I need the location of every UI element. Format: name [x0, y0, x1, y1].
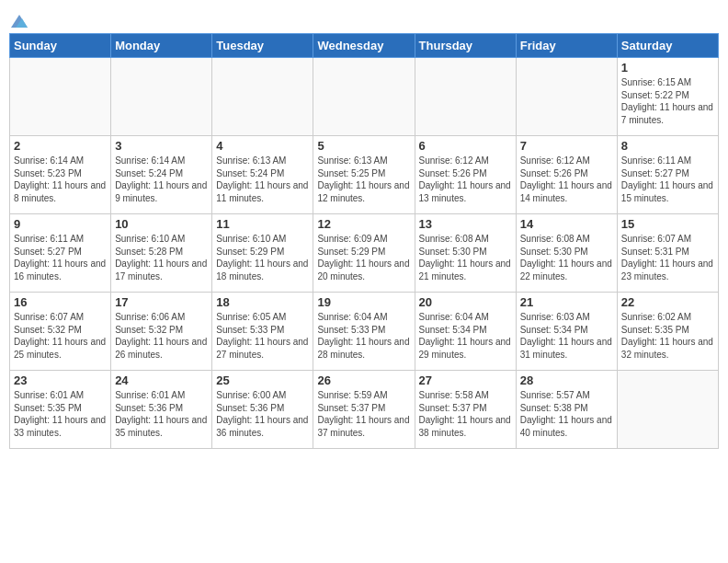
day-number: 16	[14, 295, 107, 309]
day-info: Sunrise: 6:10 AM Sunset: 5:29 PM Dayligh…	[216, 233, 309, 282]
calendar-cell: 28Sunrise: 5:57 AM Sunset: 5:38 PM Dayli…	[516, 371, 617, 449]
day-number: 26	[317, 373, 410, 387]
day-info: Sunrise: 6:08 AM Sunset: 5:30 PM Dayligh…	[520, 233, 613, 282]
calendar-cell: 14Sunrise: 6:08 AM Sunset: 5:30 PM Dayli…	[516, 214, 617, 293]
day-info: Sunrise: 6:07 AM Sunset: 5:31 PM Dayligh…	[621, 233, 714, 282]
calendar-cell: 3Sunrise: 6:14 AM Sunset: 5:24 PM Daylig…	[111, 136, 212, 214]
day-info: Sunrise: 6:07 AM Sunset: 5:32 PM Dayligh…	[14, 311, 107, 361]
day-number: 10	[115, 217, 208, 231]
calendar-cell: 22Sunrise: 6:02 AM Sunset: 5:35 PM Dayli…	[617, 293, 718, 371]
calendar-cell	[212, 58, 313, 136]
calendar-cell: 11Sunrise: 6:10 AM Sunset: 5:29 PM Dayli…	[212, 214, 313, 293]
weekday-header-thursday: Thursday	[415, 34, 516, 58]
day-number: 2	[14, 139, 107, 153]
week-row-2: 2Sunrise: 6:14 AM Sunset: 5:23 PM Daylig…	[10, 136, 719, 214]
calendar-cell	[516, 58, 617, 136]
calendar-cell: 13Sunrise: 6:08 AM Sunset: 5:30 PM Dayli…	[415, 214, 516, 293]
calendar-cell: 5Sunrise: 6:13 AM Sunset: 5:25 PM Daylig…	[313, 136, 415, 214]
calendar-cell: 19Sunrise: 6:04 AM Sunset: 5:33 PM Dayli…	[313, 293, 415, 371]
day-number: 15	[621, 217, 714, 231]
day-info: Sunrise: 6:14 AM Sunset: 5:24 PM Dayligh…	[115, 155, 208, 204]
day-info: Sunrise: 6:03 AM Sunset: 5:34 PM Dayligh…	[520, 311, 613, 361]
day-info: Sunrise: 6:06 AM Sunset: 5:32 PM Dayligh…	[115, 311, 208, 361]
calendar-cell: 2Sunrise: 6:14 AM Sunset: 5:23 PM Daylig…	[10, 136, 111, 214]
weekday-header-row: SundayMondayTuesdayWednesdayThursdayFrid…	[10, 34, 719, 58]
calendar-cell: 15Sunrise: 6:07 AM Sunset: 5:31 PM Dayli…	[617, 214, 718, 293]
logo-icon	[11, 15, 28, 28]
day-info: Sunrise: 6:01 AM Sunset: 5:35 PM Dayligh…	[14, 389, 107, 439]
logo	[9, 9, 28, 28]
day-info: Sunrise: 6:11 AM Sunset: 5:27 PM Dayligh…	[14, 233, 107, 282]
day-number: 14	[520, 217, 613, 231]
weekday-header-saturday: Saturday	[617, 34, 718, 58]
day-info: Sunrise: 6:12 AM Sunset: 5:26 PM Dayligh…	[419, 155, 512, 204]
day-number: 12	[317, 217, 410, 231]
calendar-cell: 25Sunrise: 6:00 AM Sunset: 5:36 PM Dayli…	[212, 371, 313, 449]
day-number: 3	[115, 139, 208, 153]
calendar-cell: 21Sunrise: 6:03 AM Sunset: 5:34 PM Dayli…	[516, 293, 617, 371]
weekday-header-tuesday: Tuesday	[212, 34, 313, 58]
day-info: Sunrise: 6:02 AM Sunset: 5:35 PM Dayligh…	[621, 311, 714, 361]
weekday-header-friday: Friday	[516, 34, 617, 58]
day-info: Sunrise: 6:14 AM Sunset: 5:23 PM Dayligh…	[14, 155, 107, 204]
day-info: Sunrise: 6:08 AM Sunset: 5:30 PM Dayligh…	[419, 233, 512, 282]
calendar-cell: 7Sunrise: 6:12 AM Sunset: 5:26 PM Daylig…	[516, 136, 617, 214]
day-number: 1	[621, 61, 714, 75]
day-number: 5	[317, 139, 410, 153]
calendar-cell: 8Sunrise: 6:11 AM Sunset: 5:27 PM Daylig…	[617, 136, 718, 214]
day-info: Sunrise: 6:09 AM Sunset: 5:29 PM Dayligh…	[317, 233, 410, 282]
calendar-cell	[617, 371, 718, 449]
day-info: Sunrise: 6:04 AM Sunset: 5:33 PM Dayligh…	[317, 311, 410, 361]
calendar-table: SundayMondayTuesdayWednesdayThursdayFrid…	[9, 33, 719, 449]
day-number: 19	[317, 295, 410, 309]
day-info: Sunrise: 6:11 AM Sunset: 5:27 PM Dayligh…	[621, 155, 714, 204]
weekday-header-wednesday: Wednesday	[313, 34, 415, 58]
calendar-cell: 1Sunrise: 6:15 AM Sunset: 5:22 PM Daylig…	[617, 58, 718, 136]
day-number: 17	[115, 295, 208, 309]
day-number: 23	[14, 373, 107, 387]
day-number: 8	[621, 139, 714, 153]
day-number: 25	[216, 373, 309, 387]
calendar-cell	[415, 58, 516, 136]
day-number: 9	[14, 217, 107, 231]
calendar-cell: 26Sunrise: 5:59 AM Sunset: 5:37 PM Dayli…	[313, 371, 415, 449]
day-number: 13	[419, 217, 512, 231]
day-number: 20	[419, 295, 512, 309]
weekday-header-monday: Monday	[111, 34, 212, 58]
day-number: 4	[216, 139, 309, 153]
calendar-cell: 9Sunrise: 6:11 AM Sunset: 5:27 PM Daylig…	[10, 214, 111, 293]
day-info: Sunrise: 5:59 AM Sunset: 5:37 PM Dayligh…	[317, 389, 410, 439]
day-info: Sunrise: 6:00 AM Sunset: 5:36 PM Dayligh…	[216, 389, 309, 439]
calendar-cell	[313, 58, 415, 136]
calendar-cell: 4Sunrise: 6:13 AM Sunset: 5:24 PM Daylig…	[212, 136, 313, 214]
day-number: 11	[216, 217, 309, 231]
calendar-cell: 12Sunrise: 6:09 AM Sunset: 5:29 PM Dayli…	[313, 214, 415, 293]
day-info: Sunrise: 6:01 AM Sunset: 5:36 PM Dayligh…	[115, 389, 208, 439]
calendar-cell: 16Sunrise: 6:07 AM Sunset: 5:32 PM Dayli…	[10, 293, 111, 371]
day-number: 6	[419, 139, 512, 153]
day-number: 28	[520, 373, 613, 387]
day-number: 18	[216, 295, 309, 309]
day-number: 22	[621, 295, 714, 309]
calendar-cell: 23Sunrise: 6:01 AM Sunset: 5:35 PM Dayli…	[10, 371, 111, 449]
calendar-cell: 27Sunrise: 5:58 AM Sunset: 5:37 PM Dayli…	[415, 371, 516, 449]
page-header	[9, 9, 719, 28]
day-info: Sunrise: 6:10 AM Sunset: 5:28 PM Dayligh…	[115, 233, 208, 282]
week-row-1: 1Sunrise: 6:15 AM Sunset: 5:22 PM Daylig…	[10, 58, 719, 136]
day-number: 7	[520, 139, 613, 153]
calendar-cell: 17Sunrise: 6:06 AM Sunset: 5:32 PM Dayli…	[111, 293, 212, 371]
day-info: Sunrise: 6:15 AM Sunset: 5:22 PM Dayligh…	[621, 76, 714, 126]
day-info: Sunrise: 6:12 AM Sunset: 5:26 PM Dayligh…	[520, 155, 613, 204]
calendar-cell	[10, 58, 111, 136]
week-row-3: 9Sunrise: 6:11 AM Sunset: 5:27 PM Daylig…	[10, 214, 719, 293]
day-info: Sunrise: 5:58 AM Sunset: 5:37 PM Dayligh…	[419, 389, 512, 439]
weekday-header-sunday: Sunday	[10, 34, 111, 58]
day-number: 24	[115, 373, 208, 387]
day-number: 27	[419, 373, 512, 387]
day-number: 21	[520, 295, 613, 309]
week-row-5: 23Sunrise: 6:01 AM Sunset: 5:35 PM Dayli…	[10, 371, 719, 449]
day-info: Sunrise: 6:05 AM Sunset: 5:33 PM Dayligh…	[216, 311, 309, 361]
calendar-cell: 10Sunrise: 6:10 AM Sunset: 5:28 PM Dayli…	[111, 214, 212, 293]
day-info: Sunrise: 6:04 AM Sunset: 5:34 PM Dayligh…	[419, 311, 512, 361]
calendar-cell	[111, 58, 212, 136]
